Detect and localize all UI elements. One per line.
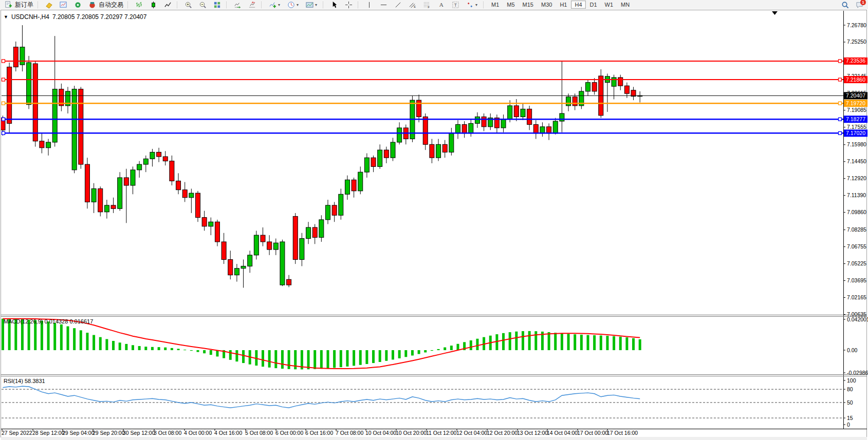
line-chart-button[interactable] [161, 1, 175, 9]
channel-button[interactable]: E [405, 1, 419, 9]
rsi-axis-tick: 80 [847, 386, 853, 392]
tile-windows-button[interactable] [210, 1, 224, 9]
hline-right-handle[interactable] [839, 118, 842, 121]
templates-button[interactable]: ▾ [303, 1, 321, 9]
search-button[interactable] [838, 1, 852, 9]
auto-scroll-icon [233, 1, 243, 9]
notifications-button[interactable]: 1 [853, 1, 866, 9]
price-axis-tick: 7.09860 [847, 209, 866, 215]
time-axis-label: 7 Oct 08:00 [336, 430, 363, 436]
hline-left-handle[interactable] [2, 102, 5, 105]
new-order-button[interactable]: 新订单 [2, 1, 35, 9]
channel-icon: E [408, 1, 417, 9]
time-axis-label: 14 Oct 04:00 [547, 430, 578, 436]
indicators-button[interactable]: ▾ [266, 1, 284, 9]
new-chart-button[interactable] [57, 1, 70, 9]
toolbar-separator [261, 2, 264, 8]
timeframe-button-m5[interactable]: M5 [503, 1, 518, 9]
zoom-in-button[interactable] [181, 1, 195, 9]
hline-left-handle[interactable] [2, 131, 5, 135]
cursor-button[interactable] [327, 1, 341, 9]
timeframe-button-h4[interactable]: H4 [571, 1, 585, 9]
timeframe-button-m30[interactable]: M30 [538, 1, 556, 9]
svg-text:E: E [414, 5, 416, 8]
terminal-window: 新订单自动交易▾▾▾EFAT▾M1M5M15M30H1H4D1W1MN1 7.2… [0, 0, 868, 440]
dropdown-caret-icon[interactable]: ▾ [475, 3, 479, 7]
time-axis-label: 17 Oct 00:00 [577, 430, 608, 436]
svg-text:A: A [439, 2, 444, 8]
macd-axis-tick: 0.042001 [847, 316, 868, 322]
eraser-button[interactable] [42, 1, 56, 9]
price-axis-tick: 7.25250 [847, 39, 866, 45]
time-axis-label: 12 Oct 04:00 [456, 430, 487, 436]
horizontal-line-button[interactable] [377, 1, 391, 9]
hline-left-handle[interactable] [2, 78, 5, 81]
timeframe-button-m15[interactable]: M15 [519, 1, 537, 9]
crosshair-button[interactable] [342, 1, 356, 9]
fibonacci-icon: F [422, 1, 432, 9]
price-axis-tick: 7.11390 [847, 192, 866, 198]
chat-icon: 1 [855, 1, 864, 9]
svg-text:F: F [428, 6, 430, 9]
trendline-button[interactable] [391, 1, 405, 9]
bar-chart-icon [134, 1, 144, 9]
price-axis-tick: 7.02165 [847, 294, 866, 300]
price-tag-label: 7.20407 [846, 92, 865, 99]
timeframe-button-d1[interactable]: D1 [586, 1, 601, 9]
auto-scroll-button[interactable] [231, 1, 245, 9]
chart-shift-button[interactable] [245, 1, 259, 9]
dropdown-caret-icon[interactable]: ▾ [315, 3, 319, 7]
time-axis-label: 4 Oct 16:00 [214, 430, 242, 436]
rsi-indicator-label: RSI(14) 58.3831 [4, 378, 45, 384]
price-axis-tick: 7.05225 [847, 260, 866, 266]
add-indicator-icon [268, 1, 278, 9]
chart-symbol-period: USDCNH-,H4 [11, 13, 49, 21]
timeframe-button-mn[interactable]: MN [617, 1, 633, 9]
hline-left-handle[interactable] [2, 118, 5, 121]
timeframe-button-h1[interactable]: H1 [556, 1, 570, 9]
price-tag-label: 7.23536 [846, 58, 865, 64]
crosshair-icon [344, 1, 354, 9]
time-axis-label: 17 Oct 16:00 [607, 430, 638, 436]
periods-button[interactable]: ▾ [284, 1, 302, 9]
new-order-icon [4, 1, 13, 9]
autotrading-button[interactable]: 自动交易 [85, 1, 125, 9]
hline-right-handle[interactable] [839, 60, 842, 63]
timeframe-button-m1[interactable]: M1 [488, 1, 503, 9]
price-axis-tick: 7.06755 [847, 243, 866, 250]
symbol-dropdown-icon[interactable]: ▼ [4, 14, 8, 20]
zoom-out-button[interactable] [196, 1, 210, 9]
rsi-axis-tick: 15 [847, 415, 853, 421]
candlestick-button[interactable] [146, 1, 160, 9]
time-axis-label: 27 Sep 2022 [2, 430, 32, 436]
hline-right-handle[interactable] [839, 102, 842, 105]
time-axis-label: 6 Oct 00:00 [275, 430, 303, 436]
time-axis-label: 6 Oct 16:00 [305, 430, 333, 436]
time-axis-label: 10 Oct 04:00 [365, 430, 396, 436]
svg-text:T: T [454, 2, 457, 7]
vertical-line-button[interactable] [362, 1, 376, 9]
time-axis-label: 13 Oct 12:00 [517, 430, 548, 436]
cursor-icon [329, 1, 339, 9]
signals-button[interactable] [71, 1, 85, 9]
timeframe-button-w1[interactable]: W1 [601, 1, 617, 9]
chart-canvas[interactable]: 7.267807.252507.221457.206157.190857.175… [0, 9, 868, 440]
price-axis-tick: 7.26780 [847, 22, 866, 28]
time-axis-label: 12 Oct 20:00 [487, 430, 518, 436]
dropdown-caret-icon[interactable]: ▾ [297, 3, 300, 7]
zoom-in-icon [183, 1, 193, 9]
text-button[interactable]: A [434, 1, 448, 9]
text-icon: A [436, 1, 446, 9]
label-button[interactable]: T [449, 1, 463, 9]
autotrading-icon [87, 1, 97, 9]
bar-chart-button[interactable] [132, 1, 146, 9]
price-tag-label: 7.19720 [846, 100, 865, 106]
hline-left-handle[interactable] [2, 60, 5, 63]
hline-right-handle[interactable] [839, 78, 842, 81]
price-axis-tick: 7.08285 [847, 226, 866, 233]
shapes-button[interactable]: ▾ [463, 1, 481, 9]
fibonacci-button[interactable]: F [420, 1, 434, 9]
price-axis-tick: 7.17555 [847, 124, 866, 130]
hline-right-handle[interactable] [839, 131, 842, 135]
dropdown-caret-icon[interactable]: ▾ [278, 3, 282, 7]
